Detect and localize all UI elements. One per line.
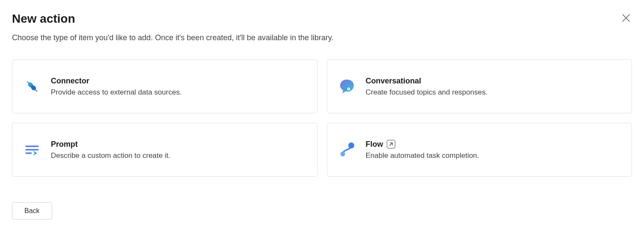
page-subtitle: Choose the type of item you'd like to ad… [12, 33, 632, 42]
svg-line-3 [35, 90, 37, 92]
svg-line-1 [27, 82, 29, 83]
card-description: Describe a custom action to create it. [51, 151, 307, 160]
close-button[interactable] [620, 12, 632, 25]
connector-icon [23, 77, 41, 96]
card-connector[interactable]: Connector Provide access to external dat… [12, 59, 318, 113]
card-title: Conversational [366, 77, 622, 86]
svg-point-7 [348, 89, 349, 90]
conversational-icon [338, 77, 356, 96]
card-title: Connector [51, 77, 307, 86]
card-prompt[interactable]: Prompt Describe a custom action to creat… [12, 123, 318, 177]
svg-point-12 [340, 152, 345, 157]
card-title: Prompt [51, 140, 307, 149]
card-description: Provide access to external data sources. [51, 88, 307, 97]
card-conversational[interactable]: Conversational Create focused topics and… [327, 59, 632, 113]
card-title-text: Flow [366, 140, 383, 149]
external-link-icon [387, 140, 395, 148]
card-description: Create focused topics and responses. [366, 88, 622, 97]
action-type-grid: Connector Provide access to external dat… [12, 59, 632, 177]
card-description: Enable automated task completion. [366, 151, 622, 160]
back-button[interactable]: Back [12, 202, 52, 219]
card-flow[interactable]: Flow Enable automated task completion. [327, 123, 632, 177]
svg-point-11 [348, 142, 354, 148]
flow-icon [338, 140, 356, 159]
prompt-icon [23, 140, 41, 159]
close-icon [622, 14, 630, 24]
page-title: New action [12, 12, 75, 26]
card-title: Flow [366, 140, 622, 149]
